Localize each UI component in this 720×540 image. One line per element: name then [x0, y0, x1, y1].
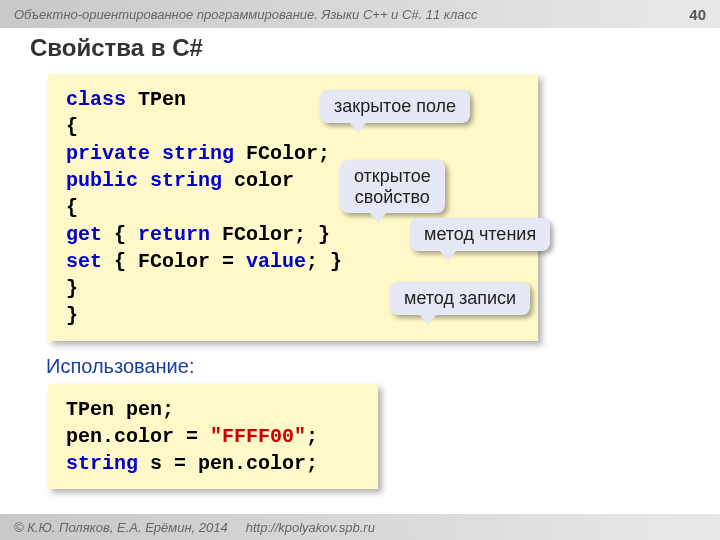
page-number: 40	[689, 6, 706, 23]
code-line: {	[66, 194, 520, 221]
code-line: string s = pen.color;	[66, 450, 360, 477]
url: http://kpolyakov.spb.ru	[246, 520, 375, 535]
code-line: public string color	[66, 167, 520, 194]
copyright: © К.Ю. Поляков, Е.А. Ерёмин, 2014	[14, 520, 228, 535]
page-title: Свойства в C#	[30, 34, 720, 62]
code-line: TPen pen;	[66, 396, 360, 423]
code-line: pen.color = "FFFF00";	[66, 423, 360, 450]
callout-getter: метод чтения	[410, 218, 550, 251]
breadcrumb: Объектно-ориентированное программировани…	[14, 7, 478, 22]
usage-label: Использование:	[46, 355, 720, 378]
code-line: private string FColor;	[66, 140, 520, 167]
header-bar: Объектно-ориентированное программировани…	[0, 0, 720, 28]
callout-public-property: открытоесвойство	[340, 160, 445, 213]
callout-private-field: закрытое поле	[320, 90, 470, 123]
code-block-usage: TPen pen; pen.color = "FFFF00"; string s…	[48, 384, 378, 489]
callout-setter: метод записи	[390, 282, 530, 315]
footer-bar: © К.Ю. Поляков, Е.А. Ерёмин, 2014 http:/…	[0, 514, 720, 540]
